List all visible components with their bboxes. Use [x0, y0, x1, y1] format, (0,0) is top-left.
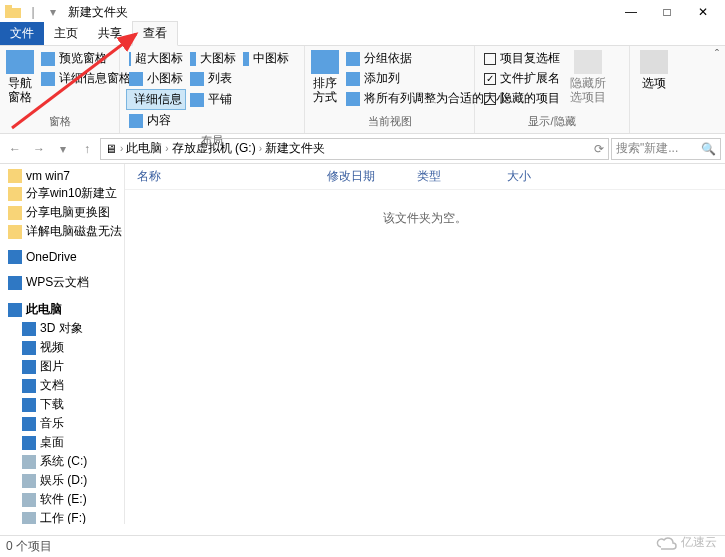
layout-xl[interactable]: 超大图标 — [126, 49, 186, 68]
minimize-button[interactable]: — — [613, 0, 649, 24]
group-current-label: 当前视图 — [309, 112, 470, 131]
tree-item[interactable]: 软件 (E:) — [0, 490, 124, 509]
tree-label: 桌面 — [40, 434, 64, 451]
options-icon — [640, 50, 668, 74]
back-button[interactable]: ← — [4, 138, 26, 160]
content-icon — [129, 114, 143, 128]
tree-item[interactable]: 下载 — [0, 395, 124, 414]
tree-label: 3D 对象 — [40, 320, 83, 337]
tree-item[interactable]: 工作 (F:) — [0, 509, 124, 524]
addcol-icon — [346, 72, 360, 86]
tab-home[interactable]: 主页 — [44, 22, 88, 45]
drive-icon — [22, 455, 36, 469]
tree-item[interactable]: 系统 (C:) — [0, 452, 124, 471]
tree-label: 系统 (C:) — [40, 453, 87, 470]
col-name[interactable]: 名称 — [137, 168, 327, 185]
tree-wps[interactable]: WPS云文档 — [0, 273, 124, 292]
tab-file[interactable]: 文件 — [0, 22, 44, 45]
tab-view[interactable]: 查看 — [132, 21, 178, 46]
folder-icon — [8, 225, 22, 239]
ext-label: 文件扩展名 — [500, 70, 560, 87]
fit-icon — [346, 92, 360, 106]
collapse-ribbon-icon[interactable]: ˆ — [715, 48, 719, 62]
forward-button[interactable]: → — [28, 138, 50, 160]
nav-tree[interactable]: vm win7 分享win10新建立 分享电脑更换图 详解电脑磁盘无法 OneD… — [0, 164, 125, 524]
tree-label: 详解电脑磁盘无法 — [26, 223, 122, 240]
folder-icon — [8, 169, 22, 183]
folder-icon — [4, 3, 22, 21]
tree-item[interactable]: 视频 — [0, 338, 124, 357]
cloud-icon — [8, 276, 22, 290]
md-label: 中图标 — [253, 50, 289, 67]
refresh-icon[interactable]: ⟳ — [594, 142, 604, 156]
tree-item[interactable]: 图片 — [0, 357, 124, 376]
group-icon — [346, 52, 360, 66]
folder-icon — [8, 187, 22, 201]
qat-dropdown-icon[interactable]: ▾ — [44, 3, 62, 21]
tree-label: WPS云文档 — [26, 274, 89, 291]
file-ext-toggle[interactable]: ✓文件扩展名 — [481, 69, 563, 88]
nav-pane-icon — [6, 50, 34, 74]
tiles-icon — [190, 93, 204, 107]
tree-label: OneDrive — [26, 250, 77, 264]
layout-tiles[interactable]: 平铺 — [187, 89, 247, 110]
hide-selected-button: 隐藏所选项目 — [565, 48, 611, 107]
tree-label: 软件 (E:) — [40, 491, 87, 508]
checkbox-icon — [484, 93, 496, 105]
tree-item[interactable]: 桌面 — [0, 433, 124, 452]
item-checkboxes-toggle[interactable]: 项目复选框 — [481, 49, 563, 68]
addcol-label: 添加列 — [364, 70, 400, 87]
options-button[interactable]: 选项 — [634, 48, 674, 92]
layout-lg[interactable]: 大图标 — [187, 49, 239, 68]
3d-icon — [22, 322, 36, 336]
up-button[interactable]: ↑ — [76, 138, 98, 160]
drive-icon — [22, 512, 36, 525]
hidden-label: 隐藏的项目 — [500, 90, 560, 107]
tree-item[interactable]: 分享win10新建立 — [0, 184, 124, 203]
status-items: 0 个项目 — [6, 538, 52, 555]
pc-icon: 🖥 — [105, 142, 117, 156]
recent-dropdown[interactable]: ▾ — [52, 138, 74, 160]
layout-sm[interactable]: 小图标 — [126, 69, 186, 88]
nav-pane-button[interactable]: 导航窗格 — [4, 48, 36, 107]
pc-icon — [8, 303, 22, 317]
downloads-icon — [22, 398, 36, 412]
options-label: 选项 — [642, 76, 666, 90]
md-icon — [243, 52, 249, 66]
list-icon — [190, 72, 204, 86]
folder-icon — [8, 206, 22, 220]
tree-label: 文档 — [40, 377, 64, 394]
drive-icon — [22, 493, 36, 507]
tree-item[interactable]: 音乐 — [0, 414, 124, 433]
layout-details[interactable]: 详细信息 — [126, 89, 186, 110]
col-type[interactable]: 类型 — [417, 168, 507, 185]
tree-item[interactable]: 分享电脑更换图 — [0, 203, 124, 222]
group-panes-label: 窗格 — [4, 112, 115, 131]
tree-pc[interactable]: 此电脑 — [0, 300, 124, 319]
documents-icon — [22, 379, 36, 393]
layout-content[interactable]: 内容 — [126, 111, 178, 130]
tree-item[interactable]: 娱乐 (D:) — [0, 471, 124, 490]
xl-icon — [129, 52, 131, 66]
tree-item[interactable]: 详解电脑磁盘无法 — [0, 222, 124, 241]
col-size[interactable]: 大小 — [507, 168, 577, 185]
tab-share[interactable]: 共享 — [88, 22, 132, 45]
tree-item[interactable]: 文档 — [0, 376, 124, 395]
layout-md[interactable]: 中图标 — [240, 49, 292, 68]
maximize-button[interactable]: □ — [649, 0, 685, 24]
hidden-items-toggle[interactable]: 隐藏的项目 — [481, 89, 563, 108]
music-icon — [22, 417, 36, 431]
layout-list[interactable]: 列表 — [187, 69, 239, 88]
tree-item[interactable]: vm win7 — [0, 168, 124, 184]
watermark-text: 亿速云 — [681, 534, 717, 551]
tree-label: 工作 (F:) — [40, 510, 86, 524]
hide-icon — [574, 50, 602, 74]
close-button[interactable]: ✕ — [685, 0, 721, 24]
tree-label: 此电脑 — [26, 301, 62, 318]
col-date[interactable]: 修改日期 — [327, 168, 417, 185]
tree-label: 视频 — [40, 339, 64, 356]
sort-button[interactable]: 排序方式 — [309, 48, 341, 107]
search-input[interactable]: 搜索"新建... 🔍 — [611, 138, 721, 160]
tree-item[interactable]: 3D 对象 — [0, 319, 124, 338]
tree-onedrive[interactable]: OneDrive — [0, 249, 124, 265]
